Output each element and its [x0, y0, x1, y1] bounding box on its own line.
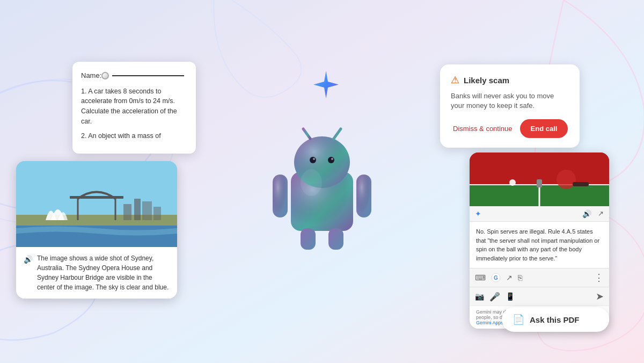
dismiss-continue-button[interactable]: Dismiss & continue: [451, 121, 515, 136]
keyboard-icon[interactable]: ⌨: [475, 273, 486, 282]
svg-rect-4: [356, 175, 371, 217]
svg-line-9: [303, 129, 310, 139]
worksheet-card: Name: 1. A car takes 8 seconds to accele…: [72, 62, 196, 154]
name-dot: [101, 72, 109, 79]
speaker-icon: 🔊: [24, 254, 33, 265]
svg-rect-32: [537, 179, 542, 187]
svg-rect-2: [273, 175, 288, 217]
svg-text:G: G: [494, 275, 498, 281]
worksheet-question-1: 1. A car takes 8 seconds to accelerate f…: [81, 86, 187, 127]
gemini-star-icon: [311, 70, 341, 101]
svg-point-11: [310, 157, 316, 163]
camera-icon[interactable]: 📷: [475, 292, 484, 301]
gemini-small-star: ✦: [475, 209, 481, 218]
sydney-caption: 🔊 The image shows a wide shot of Sydney,…: [16, 247, 177, 299]
end-call-button[interactable]: End call: [520, 119, 568, 138]
ask-pdf-bar[interactable]: 📄 Ask this PDF: [502, 307, 609, 332]
svg-point-14: [331, 158, 333, 160]
mic-icon[interactable]: 🎤: [489, 292, 500, 302]
android-mascot: [268, 124, 376, 252]
svg-rect-27: [153, 207, 161, 220]
pdf-icon: 📄: [513, 314, 524, 325]
svg-point-17: [301, 169, 322, 196]
send-icon[interactable]: ➤: [596, 291, 604, 302]
worksheet-question-2: 2. An object with a mass of: [81, 131, 187, 141]
svg-point-33: [509, 179, 516, 186]
scam-alert-card: ⚠ Likely scam Banks will never ask you t…: [440, 64, 580, 148]
copy-icon[interactable]: ⎘: [518, 273, 522, 282]
screen-icon[interactable]: 📱: [506, 292, 515, 301]
svg-point-34: [557, 170, 576, 189]
bottom-action-icons: ⌨ G ↗ ⎘: [475, 273, 522, 282]
name-line: [112, 75, 184, 76]
svg-rect-24: [123, 204, 131, 220]
scam-actions: Dismiss & continue End call: [451, 119, 569, 138]
svg-line-10: [334, 129, 341, 139]
name-label: Name:: [81, 70, 101, 81]
browser-toolbar: ✦ 🔊 ↗: [470, 206, 609, 222]
scam-body-text: Banks will never ask you to move your mo…: [451, 91, 569, 111]
worksheet-name-row: Name:: [81, 70, 187, 81]
volume-icon[interactable]: 🔊: [582, 209, 591, 218]
sydney-image-card: 🔊 The image shows a wide shot of Sydney,…: [16, 161, 177, 299]
browser-card: ✦ 🔊 ↗ No. Spin serves are illegal. Rule …: [470, 153, 609, 329]
google-icon[interactable]: G: [491, 273, 501, 282]
svg-rect-25: [134, 199, 141, 220]
svg-point-13: [313, 158, 315, 160]
svg-rect-16: [328, 228, 343, 250]
svg-rect-26: [142, 201, 152, 220]
browser-top-image: [470, 153, 609, 206]
browser-action-icons: 🔊 ↗: [582, 209, 604, 218]
scam-header: ⚠ Likely scam: [451, 74, 569, 86]
svg-rect-35: [573, 182, 589, 186]
sydney-image: [16, 161, 177, 247]
svg-rect-15: [301, 228, 316, 250]
warning-icon: ⚠: [451, 74, 459, 86]
sydney-caption-text: The image shows a wide shot of Sydney, A…: [37, 253, 170, 292]
open-icon[interactable]: ↗: [598, 209, 604, 218]
more-options-icon[interactable]: ⋮: [594, 272, 604, 284]
browser-bottom-bar: ⌨ G ↗ ⎘ ⋮: [470, 268, 609, 287]
browser-response-text: No. Spin serves are illegal. Rule 4.A.5 …: [470, 222, 609, 268]
svg-point-12: [328, 157, 334, 163]
pdf-label: Ask this PDF: [530, 315, 580, 324]
gemini-tool-bar: 📷 🎤 📱 ➤: [470, 287, 609, 306]
share-icon[interactable]: ↗: [506, 273, 513, 282]
scam-title: Likely scam: [464, 76, 509, 85]
gemini-pdf-area: ✦ 🔊 ↗ No. Spin serves are illegal. Rule …: [502, 303, 609, 336]
